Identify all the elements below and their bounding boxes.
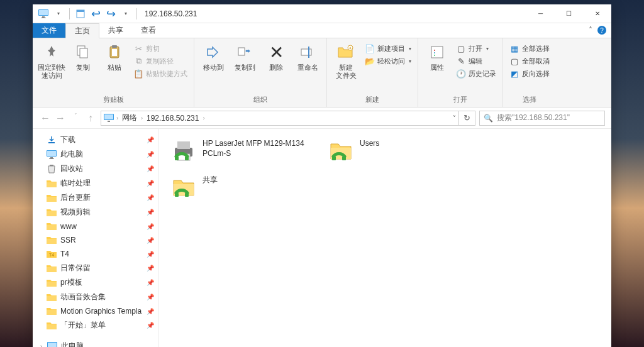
- close-button[interactable]: ✕: [583, 4, 611, 23]
- help-icon[interactable]: ?: [597, 26, 606, 35]
- tab-file[interactable]: 文件: [33, 23, 65, 38]
- breadcrumb-host[interactable]: 192.168.50.231: [145, 114, 200, 123]
- new-item-button[interactable]: 📄新建项目▾: [362, 42, 414, 55]
- redo-icon[interactable]: ↪: [104, 7, 118, 21]
- svg-rect-9: [112, 45, 117, 48]
- folder-t4-icon: T4: [47, 249, 57, 259]
- tab-home[interactable]: 主页: [65, 23, 99, 38]
- paste-button[interactable]: 粘贴: [99, 41, 130, 72]
- nav-item-label: 视频剪辑: [60, 207, 91, 218]
- nav-item[interactable]: pr模板📌: [33, 275, 158, 290]
- nav-item[interactable]: 日常保留📌: [33, 261, 158, 275]
- nav-item[interactable]: Motion Graphics Templa📌: [33, 304, 158, 318]
- chevron-right-icon[interactable]: ›: [141, 115, 143, 121]
- chevron-right-icon[interactable]: ›: [203, 115, 204, 121]
- nav-item-label: 「开始」菜单: [60, 320, 106, 331]
- chevron-right-icon[interactable]: ›: [116, 115, 118, 121]
- copy-icon: [73, 42, 93, 62]
- tab-view[interactable]: 查看: [132, 23, 165, 38]
- move-to-button[interactable]: 移动到: [198, 41, 228, 72]
- nav-item-label: pr模板: [60, 277, 82, 288]
- folder-share-icon: [327, 138, 355, 165]
- pin-icon: 📌: [147, 279, 154, 286]
- easy-access-button[interactable]: 📂轻松访问▾: [362, 55, 414, 67]
- svg-point-17: [434, 50, 435, 51]
- ribbon-group-new: ✦ 新建 文件夹 📄新建项目▾ 📂轻松访问▾ 新建: [327, 38, 418, 107]
- folder-icon: [47, 235, 57, 245]
- svg-rect-41: [175, 193, 179, 197]
- svg-rect-2: [42, 16, 45, 18]
- pin-icon: 📌: [147, 251, 154, 258]
- svg-rect-3: [41, 18, 46, 18]
- breadcrumb-network[interactable]: 网络: [121, 113, 138, 123]
- pin-icon: [42, 42, 62, 62]
- select-all-button[interactable]: ▦全部选择: [507, 42, 552, 55]
- tab-share[interactable]: 共享: [99, 23, 132, 38]
- copy-path-button[interactable]: ⧉复制路径: [131, 55, 190, 67]
- open-button[interactable]: ▢打开▾: [453, 42, 499, 55]
- qat-dropdown-icon[interactable]: ▾: [52, 7, 65, 21]
- pin-icon: 📌: [147, 322, 154, 329]
- properties-button[interactable]: 属性: [422, 41, 452, 72]
- select-none-button[interactable]: ▢全部取消: [507, 55, 552, 67]
- network-icon: [104, 114, 114, 123]
- nav-item[interactable]: 后台更新📌: [33, 190, 158, 205]
- nav-item[interactable]: SSR📌: [33, 233, 158, 247]
- folder-icon: [47, 263, 57, 273]
- ribbon-collapse-icon[interactable]: ˄: [589, 26, 592, 35]
- minimize-button[interactable]: ─: [526, 4, 555, 23]
- paste-shortcut-button[interactable]: 📋粘贴快捷方式: [131, 67, 190, 80]
- nav-item[interactable]: 视频剪辑📌: [33, 205, 158, 219]
- content-item[interactable]: HP LaserJet MFP M129-M134 PCLm-S: [167, 135, 312, 168]
- address-dropdown-icon[interactable]: ˅: [453, 114, 456, 121]
- nav-item[interactable]: 动画音效合集📌: [33, 290, 158, 304]
- ribbon-tabs: 文件 主页 共享 查看 ˄ ?: [33, 23, 611, 38]
- copy-to-button[interactable]: 复制到: [230, 41, 260, 72]
- nav-item-label: 此电脑: [60, 149, 83, 160]
- address-bar[interactable]: › 网络 › 192.168.50.231 › ˅: [101, 111, 459, 126]
- nav-item[interactable]: 此电脑📌: [33, 147, 158, 162]
- content-pane[interactable]: HP LaserJet MFP M129-M134 PCLm-SUsers共享: [158, 129, 611, 347]
- recent-button[interactable]: ˅: [69, 113, 82, 124]
- qat-more-icon[interactable]: ▾: [119, 7, 133, 21]
- pin-icon: 📌: [147, 165, 154, 172]
- folder-share-icon: [170, 174, 197, 202]
- nav-item-label: www: [60, 222, 77, 231]
- forward-button[interactable]: →: [54, 113, 67, 124]
- copy-button[interactable]: 复制: [68, 41, 98, 72]
- undo-icon[interactable]: ↩: [89, 7, 103, 21]
- content-item[interactable]: 共享: [167, 172, 312, 204]
- edit-button[interactable]: ✎编辑: [453, 55, 499, 67]
- content-item[interactable]: Users: [325, 135, 469, 168]
- history-icon: 🕐: [456, 69, 466, 79]
- search-input[interactable]: 🔍 搜索"192.168.50.231": [479, 111, 605, 126]
- nav-item[interactable]: 「开始」菜单📌: [33, 318, 158, 333]
- properties-icon: [427, 42, 447, 62]
- nav-item[interactable]: 回收站📌: [33, 162, 158, 176]
- properties-icon[interactable]: [74, 7, 87, 21]
- svg-rect-25: [47, 151, 56, 156]
- history-button[interactable]: 🕐历史记录: [453, 67, 499, 80]
- cut-button[interactable]: ✂剪切: [131, 42, 190, 55]
- invert-selection-button[interactable]: ◩反向选择: [507, 67, 552, 80]
- rename-button[interactable]: 重命名: [292, 41, 323, 72]
- back-button[interactable]: ←: [39, 113, 52, 124]
- path-icon: ⧉: [133, 56, 143, 66]
- svg-rect-35: [177, 141, 190, 149]
- search-icon: 🔍: [484, 114, 493, 123]
- nav-item-this-pc[interactable]: ›此电脑: [33, 339, 158, 347]
- svg-point-18: [434, 52, 435, 53]
- pin-to-quick-access-button[interactable]: 固定到快 速访问: [36, 41, 67, 80]
- svg-rect-26: [50, 157, 53, 158]
- new-folder-button[interactable]: ✦ 新建 文件夹: [331, 41, 361, 80]
- nav-item[interactable]: www📌: [33, 219, 158, 233]
- nav-item[interactable]: 下载📌: [33, 133, 158, 147]
- nav-item-label: 日常保留: [60, 263, 91, 273]
- nav-item[interactable]: 临时处理📌: [33, 176, 158, 190]
- up-button[interactable]: ↑: [84, 113, 97, 124]
- delete-button[interactable]: ✕ 删除: [261, 41, 291, 72]
- refresh-button[interactable]: ↻: [459, 111, 475, 126]
- nav-item-label: 后台更新: [60, 192, 91, 203]
- nav-item[interactable]: T4T4📌: [33, 247, 158, 261]
- maximize-button[interactable]: ☐: [555, 4, 583, 23]
